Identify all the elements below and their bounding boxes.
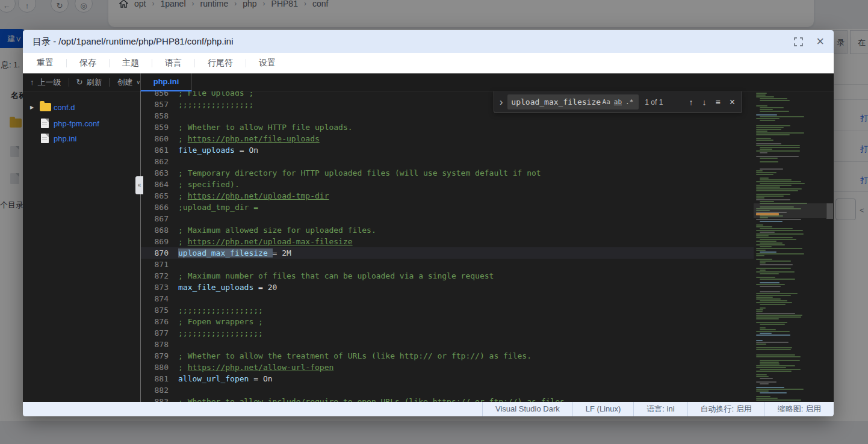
line-content: ; specified). <box>178 179 240 190</box>
minimap-line <box>756 356 801 357</box>
code-line-860[interactable]: 860; https://php.net/file-uploads <box>141 133 754 144</box>
code-line-867[interactable]: 867 <box>141 213 754 224</box>
toolbar-button-4[interactable]: 行尾符 <box>195 58 246 69</box>
code-line-864[interactable]: 864; specified). <box>141 179 754 190</box>
line-content: ;upload_tmp_dir = <box>178 202 258 213</box>
minimap[interactable] <box>754 91 826 402</box>
up-level-button[interactable]: ↑ 上一级 <box>23 77 69 88</box>
close-icon[interactable]: × <box>816 36 824 47</box>
minimap-line <box>760 264 793 265</box>
code-line-879[interactable]: 879; Whether to allow the treatment of U… <box>141 350 754 362</box>
minimap-line <box>756 253 804 254</box>
code-line-861[interactable]: 861file_uploads = On <box>141 144 754 156</box>
code-line-877[interactable]: 877;;;;;;;;;;;;;;;;;; <box>141 327 754 339</box>
code-token: https://php.net/upload-tmp-dir <box>188 191 329 200</box>
find-expand-icon[interactable]: › <box>494 97 507 108</box>
statusbar-item-3[interactable]: 自动换行: 启用 <box>687 402 764 416</box>
code-line-862[interactable]: 862 <box>141 156 754 167</box>
minimap-line <box>756 316 801 318</box>
tree-expand-icon[interactable]: ▶ <box>30 105 34 110</box>
code-editor[interactable]: 856; File Uploads ;857;;;;;;;;;;;;;;;;85… <box>141 91 754 402</box>
toolbar-button-0[interactable]: 重置 <box>24 58 66 69</box>
tree-collapse-handle[interactable]: « <box>135 176 143 194</box>
find-next-icon[interactable]: ↓ <box>702 97 706 107</box>
minimap-line <box>756 174 773 175</box>
tree-item-php.ini[interactable]: php.ini <box>23 131 140 146</box>
minimap-line <box>756 297 773 298</box>
code-line-859[interactable]: 859; Whether to allow HTTP file uploads. <box>141 122 754 133</box>
line-content: ; Whether to allow HTTP file uploads. <box>178 122 353 133</box>
line-content: ; Temporary directory for HTTP uploaded … <box>178 167 541 179</box>
line-content: max_file_uploads = 20 <box>178 282 277 293</box>
minimap-line <box>760 228 793 229</box>
toolbar-button-3[interactable]: 语言 <box>152 58 194 69</box>
minimap-line <box>756 237 793 238</box>
code-line-883[interactable]: 883; Whether to allow include/require to… <box>141 396 754 402</box>
file-tree: ▶conf.dphp-fpm.confphp.ini <box>23 91 140 402</box>
line-content: allow_url_fopen = On <box>178 373 273 384</box>
code-line-865[interactable]: 865; https://php.net/upload-tmp-dir <box>141 190 754 202</box>
scrollbar-thumb[interactable] <box>826 203 833 219</box>
toolbar-button-5[interactable]: 设置 <box>246 58 288 69</box>
line-number: 876 <box>141 316 169 327</box>
match-case-icon[interactable]: Aa <box>601 97 612 106</box>
minimap-line <box>756 248 802 249</box>
line-number: 873 <box>141 282 169 293</box>
find-in-selection-icon[interactable]: ≡ <box>715 97 720 107</box>
code-line-876[interactable]: 876; Fopen wrappers ; <box>141 316 754 327</box>
minimap-line <box>760 183 805 184</box>
vertical-scrollbar[interactable] <box>826 91 834 402</box>
minimap-line <box>756 335 790 336</box>
find-previous-icon[interactable]: ↑ <box>689 97 693 107</box>
statusbar-item-1[interactable]: LF (Linux) <box>572 402 634 416</box>
modal-title: 目录 - /opt/1panel/runtime/php/PHP81/conf/… <box>33 36 234 48</box>
code-line-880[interactable]: 880; https://php.net/allow-url-fopen <box>141 362 754 373</box>
minimap-line <box>756 298 781 300</box>
code-line-875[interactable]: 875;;;;;;;;;;;;;;;;;; <box>141 304 754 316</box>
code-line-871[interactable]: 871 <box>141 259 754 270</box>
code-line-866[interactable]: 866;upload_tmp_dir = <box>141 202 754 213</box>
code-token: ; File Uploads ; <box>178 91 253 97</box>
minimap-line <box>760 363 780 365</box>
statusbar-item-2[interactable]: 语言: ini <box>633 402 687 416</box>
toolbar-button-2[interactable]: 主题 <box>110 58 152 69</box>
line-number: 871 <box>141 259 169 270</box>
code-token: max_file_uploads <box>178 283 253 292</box>
find-match-highlight: upload_max_filesize <box>178 248 273 257</box>
line-number: 878 <box>141 339 169 350</box>
minimap-line <box>756 226 772 227</box>
minimap-line <box>756 118 780 119</box>
code-line-869[interactable]: 869; https://php.net/upload-max-filesize <box>141 236 754 247</box>
code-line-878[interactable]: 878 <box>141 339 754 350</box>
minimap-line <box>760 120 775 121</box>
minimap-line <box>756 93 767 94</box>
tab-php-ini[interactable]: php.ini <box>140 73 192 91</box>
find-input[interactable] <box>511 97 600 106</box>
code-token: ; <box>178 134 188 143</box>
code-line-870[interactable]: 870upload_max_filesize = 2M <box>141 247 754 259</box>
tree-item-conf.d[interactable]: ▶conf.d <box>23 100 140 114</box>
code-line-868[interactable]: 868; Maximum allowed size for uploaded f… <box>141 224 754 236</box>
minimap-line <box>756 194 790 195</box>
code-line-882[interactable]: 882 <box>141 384 754 396</box>
minimap-line <box>760 98 787 99</box>
code-line-881[interactable]: 881allow_url_fopen = On <box>141 373 754 384</box>
minimap-line <box>756 365 795 366</box>
line-number: 864 <box>141 179 169 190</box>
tree-item-php-fpm.conf[interactable]: php-fpm.conf <box>23 116 140 131</box>
whole-word-icon[interactable]: ab <box>612 97 624 106</box>
refresh-button[interactable]: ↻ 刷新 <box>69 77 110 88</box>
code-line-863[interactable]: 863; Temporary directory for HTTP upload… <box>141 167 754 179</box>
find-close-icon[interactable]: × <box>730 97 735 108</box>
minimap-slider[interactable] <box>754 203 826 218</box>
code-line-873[interactable]: 873max_file_uploads = 20 <box>141 282 754 293</box>
toolbar-button-1[interactable]: 保存 <box>67 58 109 69</box>
regex-icon[interactable]: .* <box>624 97 635 106</box>
statusbar-item-0[interactable]: Visual Studio Dark <box>482 402 572 416</box>
minimap-line <box>760 360 800 361</box>
fullscreen-button[interactable] <box>794 37 803 46</box>
statusbar-item-4[interactable]: 缩略图: 启用 <box>764 402 834 416</box>
code-line-874[interactable]: 874 <box>141 293 754 304</box>
code-token: = On <box>249 374 272 383</box>
code-line-872[interactable]: 872; Maximum number of files that can be… <box>141 270 754 282</box>
